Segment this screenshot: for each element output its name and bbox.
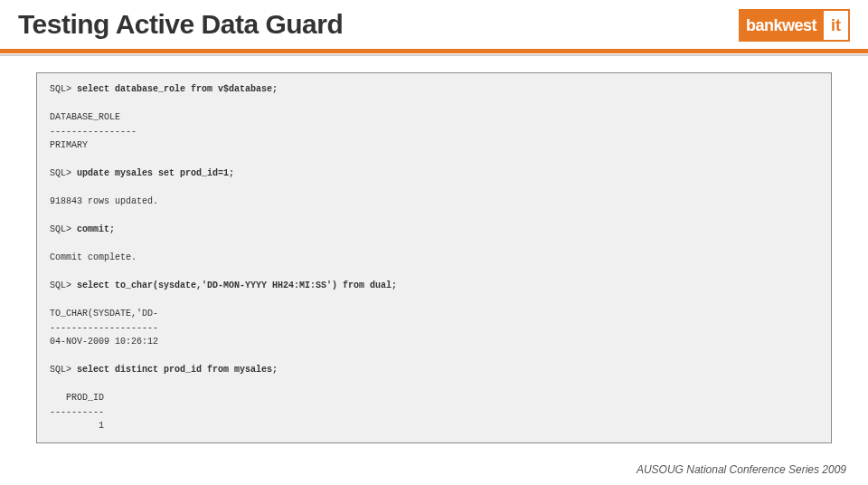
code-line: SQL> select distinct prod_id from mysale… (50, 363, 818, 377)
code-line (50, 349, 818, 364)
code-line (50, 265, 818, 280)
page-title: Testing Active Data Guard (18, 9, 343, 40)
code-line: 04-NOV-2009 10:26:12 (50, 335, 818, 349)
code-line: -------------------- (50, 321, 818, 336)
logo-left-text: bankwest (739, 9, 824, 42)
brand-logo: bankwest it (739, 9, 850, 42)
code-line: 1 (50, 419, 818, 433)
code-line (50, 181, 818, 195)
code-line: ---------------- (50, 125, 818, 139)
code-line: SQL> select to_char(sysdate,'DD-MON-YYYY… (50, 279, 818, 293)
footer-text: AUSOUG National Conference Series 2009 (637, 463, 846, 476)
code-line: PROD_ID (50, 391, 818, 405)
code-line (50, 377, 818, 392)
logo-right-text: it (824, 9, 850, 42)
code-line (50, 153, 818, 167)
code-line (50, 237, 818, 252)
code-line: PRIMARY (50, 138, 818, 153)
code-line: DATABASE_ROLE (50, 110, 818, 125)
code-line (50, 293, 818, 308)
code-line: 918843 rows updated. (50, 195, 818, 209)
code-line: ---------- (50, 405, 818, 420)
code-line: SQL> select database_role from v$databas… (50, 82, 818, 97)
code-line (50, 209, 818, 223)
code-line: Commit complete. (50, 251, 818, 265)
code-line (50, 97, 818, 111)
divider-orange (0, 49, 868, 53)
code-line: SQL> update mysales set prod_id=1; (50, 166, 818, 181)
code-line: SQL> commit; (50, 223, 818, 237)
sql-terminal-output: SQL> select database_role from v$databas… (36, 72, 832, 443)
code-line: TO_CHAR(SYSDATE,'DD- (50, 307, 818, 321)
